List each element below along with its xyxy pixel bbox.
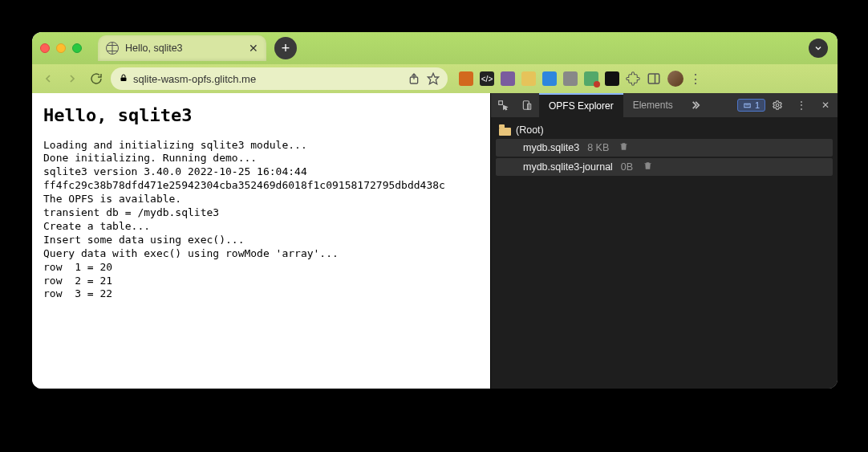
opfs-root-label: (Root) [516, 124, 544, 136]
opfs-file-row[interactable]: mydb.sqlite3-journal0B [496, 158, 833, 176]
opfs-file-name: mydb.sqlite3-journal [523, 161, 613, 173]
extension-icon[interactable]: </> [480, 71, 494, 86]
folder-icon [499, 124, 511, 136]
devtools-close-icon[interactable]: ✕ [813, 93, 838, 117]
side-panel-icon[interactable] [647, 71, 661, 86]
page-viewport: Hello, sqlite3 Loading and initializing … [32, 93, 490, 389]
opfs-file-name: mydb.sqlite3 [523, 142, 579, 153]
reload-button[interactable] [87, 69, 106, 88]
chrome-menu-button[interactable]: ⋮ [690, 71, 701, 87]
devtools-panel: OPFS Explorer Elements 1 ⋮ ✕ [490, 93, 838, 389]
address-bar[interactable]: sqlite-wasm-opfs.glitch.me [111, 67, 448, 90]
window-minimize-button[interactable] [56, 43, 66, 53]
share-icon[interactable] [408, 72, 420, 85]
tab-title: Hello, sqlite3 [125, 43, 242, 54]
devtools-settings-icon[interactable] [765, 93, 789, 117]
extension-icon[interactable] [563, 71, 578, 86]
extension-icon[interactable] [521, 71, 536, 86]
opfs-file-row[interactable]: mydb.sqlite38 KB [496, 139, 833, 157]
svg-rect-0 [121, 78, 127, 82]
lock-icon [119, 71, 128, 86]
tab-strip: Hello, sqlite3 ✕ + [32, 32, 838, 64]
svg-marker-2 [428, 73, 438, 83]
window-close-button[interactable] [40, 43, 50, 53]
opfs-file-size: 0B [621, 161, 633, 173]
extension-icon[interactable] [501, 71, 515, 86]
opfs-root-row[interactable]: (Root) [496, 122, 833, 137]
extensions-row: </> ⋮ [459, 71, 701, 87]
svg-point-9 [776, 104, 779, 107]
svg-rect-5 [499, 101, 503, 105]
address-url: sqlite-wasm-opfs.glitch.me [133, 73, 403, 85]
window-controls [40, 43, 82, 53]
devtools-tabbar: OPFS Explorer Elements 1 ⋮ ✕ [491, 93, 838, 117]
profile-avatar[interactable] [667, 71, 683, 87]
devtools-tab-elements[interactable]: Elements [623, 93, 683, 117]
svg-rect-6 [523, 101, 529, 110]
extensions-puzzle-icon[interactable] [626, 71, 640, 86]
tab-close-button[interactable]: ✕ [249, 42, 258, 55]
devtools-menu-icon[interactable]: ⋮ [789, 93, 813, 117]
opfs-file-size: 8 KB [587, 142, 609, 153]
delete-file-icon[interactable] [643, 161, 653, 173]
devtools-device-icon[interactable] [515, 93, 539, 117]
page-console-output: Loading and initializing sqlite3 module.… [43, 139, 479, 302]
window-zoom-button[interactable] [72, 43, 82, 53]
svg-rect-3 [648, 74, 659, 83]
toolbar: sqlite-wasm-opfs.glitch.me </> [32, 64, 838, 93]
nav-back-button[interactable] [39, 69, 58, 88]
page-heading: Hello, sqlite3 [43, 104, 479, 128]
svg-rect-8 [745, 104, 749, 105]
devtools-issue-badge[interactable]: 1 [737, 99, 765, 112]
nav-forward-button[interactable] [63, 69, 82, 88]
extension-icon[interactable] [542, 71, 557, 86]
devtools-inspect-icon[interactable] [491, 93, 515, 117]
browser-window: Hello, sqlite3 ✕ + sqlite-wasm-opfs.glit… [32, 32, 838, 389]
content-area: Hello, sqlite3 Loading and initializing … [32, 93, 838, 389]
bookmark-star-icon[interactable] [427, 72, 440, 85]
extension-icon[interactable] [459, 71, 473, 86]
delete-file-icon[interactable] [619, 141, 629, 154]
extension-icon[interactable] [605, 71, 619, 86]
new-tab-button[interactable]: + [274, 37, 297, 59]
opfs-tree: (Root) mydb.sqlite38 KBmydb.sqlite3-jour… [491, 117, 838, 389]
devtools-tab-opfs-explorer[interactable]: OPFS Explorer [539, 93, 623, 117]
favicon-globe-icon [106, 42, 119, 55]
browser-tab[interactable]: Hello, sqlite3 ✕ [98, 35, 266, 61]
extension-icon[interactable] [584, 71, 598, 86]
issue-count: 1 [755, 100, 760, 110]
tab-overflow-button[interactable] [809, 39, 828, 58]
devtools-more-tabs-icon[interactable] [683, 93, 707, 117]
